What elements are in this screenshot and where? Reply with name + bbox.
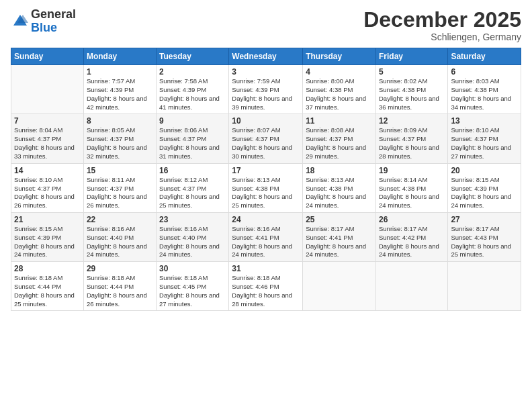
calendar-table: Sunday Monday Tuesday Wednesday Thursday… — [11, 48, 521, 311]
day-number: 10 — [232, 116, 300, 126]
day-info: Sunrise: 8:17 AMSunset: 4:43 PMDaylight:… — [451, 225, 518, 259]
logo-general: General — [31, 8, 76, 21]
day-number: 23 — [159, 215, 226, 224]
col-wednesday: Wednesday — [229, 48, 303, 65]
day-info: Sunrise: 8:08 AMSunset: 4:37 PMDaylight:… — [306, 126, 373, 161]
calendar-cell: 5Sunrise: 8:02 AMSunset: 4:38 PMDaylight… — [375, 65, 447, 114]
title-block: December 2025 Schliengen, Germany — [363, 8, 521, 42]
day-number: 26 — [379, 215, 445, 224]
col-thursday: Thursday — [303, 48, 376, 65]
calendar-cell: 3Sunrise: 7:59 AMSunset: 4:39 PMDaylight… — [229, 65, 303, 114]
day-info: Sunrise: 8:04 AMSunset: 4:37 PMDaylight:… — [14, 126, 81, 161]
calendar-cell: 10Sunrise: 8:07 AMSunset: 4:37 PMDayligh… — [229, 114, 303, 163]
calendar-cell: 21Sunrise: 8:15 AMSunset: 4:39 PMDayligh… — [11, 212, 84, 261]
logo-blue: Blue — [31, 21, 76, 35]
calendar-cell: 22Sunrise: 8:16 AMSunset: 4:40 PMDayligh… — [83, 212, 156, 261]
location: Schliengen, Germany — [363, 32, 521, 42]
calendar-week-row-5: 28Sunrise: 8:18 AMSunset: 4:44 PMDayligh… — [11, 262, 521, 311]
calendar-cell: 4Sunrise: 8:00 AMSunset: 4:38 PMDaylight… — [303, 65, 376, 114]
day-info: Sunrise: 7:59 AMSunset: 4:39 PMDaylight:… — [232, 77, 300, 111]
day-info: Sunrise: 8:12 AMSunset: 4:37 PMDaylight:… — [159, 176, 226, 210]
day-info: Sunrise: 8:02 AMSunset: 4:38 PMDaylight:… — [379, 77, 445, 111]
calendar-cell: 24Sunrise: 8:16 AMSunset: 4:41 PMDayligh… — [229, 212, 303, 261]
day-number: 20 — [451, 166, 518, 175]
day-info: Sunrise: 8:10 AMSunset: 4:37 PMDaylight:… — [451, 126, 518, 161]
day-number: 2 — [159, 67, 226, 77]
col-sunday: Sunday — [11, 48, 84, 65]
day-number: 3 — [232, 67, 300, 77]
day-number: 19 — [379, 166, 445, 175]
day-number: 31 — [232, 264, 300, 273]
calendar-cell: 2Sunrise: 7:58 AMSunset: 4:39 PMDaylight… — [157, 65, 229, 114]
calendar-cell: 25Sunrise: 8:17 AMSunset: 4:41 PMDayligh… — [303, 212, 376, 261]
day-info: Sunrise: 8:15 AMSunset: 4:39 PMDaylight:… — [14, 225, 81, 259]
calendar-cell — [303, 262, 376, 311]
day-number: 22 — [87, 215, 153, 224]
calendar-cell: 15Sunrise: 8:11 AMSunset: 4:37 PMDayligh… — [83, 163, 156, 212]
day-info: Sunrise: 8:06 AMSunset: 4:37 PMDaylight:… — [159, 126, 226, 161]
day-number: 25 — [306, 215, 373, 224]
calendar-cell: 29Sunrise: 8:18 AMSunset: 4:44 PMDayligh… — [83, 262, 156, 311]
day-number: 17 — [232, 166, 300, 175]
calendar-week-row-3: 14Sunrise: 8:10 AMSunset: 4:37 PMDayligh… — [11, 163, 521, 212]
calendar-week-row-4: 21Sunrise: 8:15 AMSunset: 4:39 PMDayligh… — [11, 212, 521, 261]
calendar-cell: 23Sunrise: 8:16 AMSunset: 4:40 PMDayligh… — [157, 212, 229, 261]
day-info: Sunrise: 8:07 AMSunset: 4:37 PMDaylight:… — [232, 126, 300, 161]
calendar-cell: 13Sunrise: 8:10 AMSunset: 4:37 PMDayligh… — [448, 114, 521, 163]
calendar-cell: 16Sunrise: 8:12 AMSunset: 4:37 PMDayligh… — [157, 163, 229, 212]
day-info: Sunrise: 8:00 AMSunset: 4:38 PMDaylight:… — [306, 77, 373, 111]
day-number: 30 — [159, 264, 226, 273]
page-container: General Blue December 2025 Schliengen, G… — [0, 0, 532, 316]
day-number: 24 — [232, 215, 300, 224]
col-monday: Monday — [83, 48, 156, 65]
calendar-cell — [11, 65, 84, 114]
day-number: 16 — [159, 166, 226, 175]
day-number: 11 — [306, 116, 373, 126]
logo-icon — [11, 12, 30, 31]
calendar-week-row-2: 7Sunrise: 8:04 AMSunset: 4:37 PMDaylight… — [11, 114, 521, 163]
calendar-cell: 28Sunrise: 8:18 AMSunset: 4:44 PMDayligh… — [11, 262, 84, 311]
day-info: Sunrise: 8:16 AMSunset: 4:41 PMDaylight:… — [232, 225, 300, 259]
day-info: Sunrise: 8:10 AMSunset: 4:37 PMDaylight:… — [14, 176, 81, 210]
logo: General Blue — [11, 8, 76, 35]
day-info: Sunrise: 8:03 AMSunset: 4:38 PMDaylight:… — [451, 77, 518, 111]
day-info: Sunrise: 8:16 AMSunset: 4:40 PMDaylight:… — [159, 225, 226, 259]
calendar-cell: 17Sunrise: 8:13 AMSunset: 4:38 PMDayligh… — [229, 163, 303, 212]
calendar-cell: 30Sunrise: 8:18 AMSunset: 4:45 PMDayligh… — [157, 262, 229, 311]
calendar-cell: 11Sunrise: 8:08 AMSunset: 4:37 PMDayligh… — [303, 114, 376, 163]
day-info: Sunrise: 8:13 AMSunset: 4:38 PMDaylight:… — [306, 176, 373, 210]
day-info: Sunrise: 8:15 AMSunset: 4:39 PMDaylight:… — [451, 176, 518, 210]
calendar-cell: 27Sunrise: 8:17 AMSunset: 4:43 PMDayligh… — [448, 212, 521, 261]
day-info: Sunrise: 8:17 AMSunset: 4:42 PMDaylight:… — [379, 225, 445, 259]
calendar-week-row-1: 1Sunrise: 7:57 AMSunset: 4:39 PMDaylight… — [11, 65, 521, 114]
calendar-cell: 31Sunrise: 8:18 AMSunset: 4:46 PMDayligh… — [229, 262, 303, 311]
day-info: Sunrise: 8:16 AMSunset: 4:40 PMDaylight:… — [87, 225, 153, 259]
day-number: 6 — [451, 67, 518, 77]
day-number: 8 — [87, 116, 153, 126]
calendar-cell: 26Sunrise: 8:17 AMSunset: 4:42 PMDayligh… — [375, 212, 447, 261]
day-info: Sunrise: 8:17 AMSunset: 4:41 PMDaylight:… — [306, 225, 373, 259]
month-title: December 2025 — [363, 8, 521, 32]
day-info: Sunrise: 8:18 AMSunset: 4:44 PMDaylight:… — [87, 274, 153, 308]
day-info: Sunrise: 8:05 AMSunset: 4:37 PMDaylight:… — [87, 126, 153, 161]
day-number: 1 — [87, 67, 153, 77]
logo-text: General Blue — [31, 8, 76, 35]
calendar-cell: 7Sunrise: 8:04 AMSunset: 4:37 PMDaylight… — [11, 114, 84, 163]
page-header: General Blue December 2025 Schliengen, G… — [11, 8, 521, 42]
col-saturday: Saturday — [448, 48, 521, 65]
day-number: 21 — [14, 215, 81, 224]
calendar-header-row: Sunday Monday Tuesday Wednesday Thursday… — [11, 48, 521, 65]
calendar-cell: 14Sunrise: 8:10 AMSunset: 4:37 PMDayligh… — [11, 163, 84, 212]
calendar-cell: 12Sunrise: 8:09 AMSunset: 4:37 PMDayligh… — [375, 114, 447, 163]
day-number: 29 — [87, 264, 153, 273]
calendar-cell — [448, 262, 521, 311]
col-tuesday: Tuesday — [157, 48, 229, 65]
day-number: 5 — [379, 67, 445, 77]
day-info: Sunrise: 8:11 AMSunset: 4:37 PMDaylight:… — [87, 176, 153, 210]
calendar-cell — [375, 262, 447, 311]
day-info: Sunrise: 8:18 AMSunset: 4:44 PMDaylight:… — [14, 274, 81, 308]
day-number: 15 — [87, 166, 153, 175]
day-number: 12 — [379, 116, 445, 126]
day-info: Sunrise: 8:09 AMSunset: 4:37 PMDaylight:… — [379, 126, 445, 161]
day-info: Sunrise: 7:57 AMSunset: 4:39 PMDaylight:… — [87, 77, 153, 111]
